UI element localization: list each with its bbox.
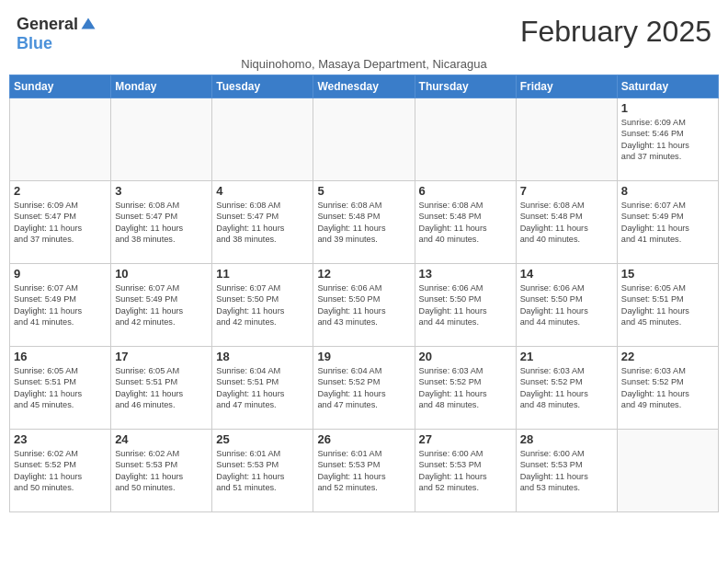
calendar-cell xyxy=(212,98,313,181)
day-number: 4 xyxy=(216,184,309,198)
day-info: Sunrise: 6:03 AM Sunset: 5:52 PM Dayligh… xyxy=(520,365,613,411)
day-number: 26 xyxy=(317,432,410,446)
calendar-cell: 8Sunrise: 6:07 AM Sunset: 5:49 PM Daylig… xyxy=(617,181,718,264)
location-subtitle: Niquinohomo, Masaya Department, Nicaragu… xyxy=(9,57,719,71)
calendar-cell: 24Sunrise: 6:02 AM Sunset: 5:53 PM Dayli… xyxy=(111,430,212,512)
day-info: Sunrise: 6:07 AM Sunset: 5:49 PM Dayligh… xyxy=(621,200,714,246)
calendar-cell: 27Sunrise: 6:00 AM Sunset: 5:53 PM Dayli… xyxy=(415,430,516,512)
calendar-cell: 2Sunrise: 6:09 AM Sunset: 5:47 PM Daylig… xyxy=(10,181,111,264)
calendar-cell: 16Sunrise: 6:05 AM Sunset: 5:51 PM Dayli… xyxy=(10,347,111,430)
month-title: February 2025 xyxy=(520,15,711,49)
weekday-header-monday: Monday xyxy=(111,75,212,98)
weekday-header-tuesday: Tuesday xyxy=(212,75,313,98)
calendar-cell: 23Sunrise: 6:02 AM Sunset: 5:52 PM Dayli… xyxy=(10,430,111,512)
day-info: Sunrise: 6:09 AM Sunset: 5:46 PM Dayligh… xyxy=(621,117,714,163)
calendar-week-1: 1Sunrise: 6:09 AM Sunset: 5:46 PM Daylig… xyxy=(10,98,719,181)
calendar-cell: 7Sunrise: 6:08 AM Sunset: 5:48 PM Daylig… xyxy=(516,181,617,264)
calendar-cell: 6Sunrise: 6:08 AM Sunset: 5:48 PM Daylig… xyxy=(415,181,516,264)
day-info: Sunrise: 6:01 AM Sunset: 5:53 PM Dayligh… xyxy=(216,448,309,494)
calendar-cell: 14Sunrise: 6:06 AM Sunset: 5:50 PM Dayli… xyxy=(516,264,617,347)
day-info: Sunrise: 6:04 AM Sunset: 5:51 PM Dayligh… xyxy=(216,365,309,411)
day-info: Sunrise: 6:03 AM Sunset: 5:52 PM Dayligh… xyxy=(621,365,714,411)
day-number: 3 xyxy=(115,184,208,198)
calendar-cell: 20Sunrise: 6:03 AM Sunset: 5:52 PM Dayli… xyxy=(415,347,516,430)
calendar-cell: 10Sunrise: 6:07 AM Sunset: 5:49 PM Dayli… xyxy=(111,264,212,347)
day-number: 21 xyxy=(520,350,613,363)
calendar-cell: 19Sunrise: 6:04 AM Sunset: 5:52 PM Dayli… xyxy=(313,347,415,430)
day-info: Sunrise: 6:06 AM Sunset: 5:50 PM Dayligh… xyxy=(419,282,512,328)
calendar-cell: 13Sunrise: 6:06 AM Sunset: 5:50 PM Dayli… xyxy=(415,264,516,347)
day-number: 25 xyxy=(216,432,309,446)
day-number: 7 xyxy=(520,184,613,198)
calendar-cell: 12Sunrise: 6:06 AM Sunset: 5:50 PM Dayli… xyxy=(313,264,415,347)
day-info: Sunrise: 6:01 AM Sunset: 5:53 PM Dayligh… xyxy=(317,448,410,494)
logo: General Blue xyxy=(17,15,97,53)
calendar-cell: 25Sunrise: 6:01 AM Sunset: 5:53 PM Dayli… xyxy=(212,430,313,512)
calendar-cell: 17Sunrise: 6:05 AM Sunset: 5:51 PM Dayli… xyxy=(111,347,212,430)
header: General Blue February 2025 xyxy=(9,9,719,53)
calendar-cell: 5Sunrise: 6:08 AM Sunset: 5:48 PM Daylig… xyxy=(313,181,415,264)
day-number: 22 xyxy=(621,350,714,363)
day-number: 28 xyxy=(520,432,613,446)
day-info: Sunrise: 6:08 AM Sunset: 5:48 PM Dayligh… xyxy=(419,200,512,246)
day-number: 17 xyxy=(115,350,208,363)
day-info: Sunrise: 6:08 AM Sunset: 5:47 PM Dayligh… xyxy=(115,200,208,246)
day-number: 19 xyxy=(317,350,410,363)
day-number: 23 xyxy=(14,432,107,446)
calendar-cell: 3Sunrise: 6:08 AM Sunset: 5:47 PM Daylig… xyxy=(111,181,212,264)
day-info: Sunrise: 6:06 AM Sunset: 5:50 PM Dayligh… xyxy=(520,282,613,328)
day-number: 11 xyxy=(216,267,309,281)
calendar-cell: 15Sunrise: 6:05 AM Sunset: 5:51 PM Dayli… xyxy=(617,264,718,347)
day-info: Sunrise: 6:04 AM Sunset: 5:52 PM Dayligh… xyxy=(317,365,410,411)
day-info: Sunrise: 6:00 AM Sunset: 5:53 PM Dayligh… xyxy=(520,448,613,494)
logo-blue-text: Blue xyxy=(17,34,52,53)
calendar-week-3: 9Sunrise: 6:07 AM Sunset: 5:49 PM Daylig… xyxy=(10,264,719,347)
day-info: Sunrise: 6:05 AM Sunset: 5:51 PM Dayligh… xyxy=(115,365,208,411)
calendar-table: SundayMondayTuesdayWednesdayThursdayFrid… xyxy=(9,75,719,512)
day-number: 15 xyxy=(621,267,714,281)
calendar-cell: 9Sunrise: 6:07 AM Sunset: 5:49 PM Daylig… xyxy=(10,264,111,347)
calendar-cell xyxy=(313,98,415,181)
title-block: February 2025 xyxy=(520,15,711,49)
calendar-week-2: 2Sunrise: 6:09 AM Sunset: 5:47 PM Daylig… xyxy=(10,181,719,264)
calendar-cell xyxy=(111,98,212,181)
day-info: Sunrise: 6:08 AM Sunset: 5:48 PM Dayligh… xyxy=(317,200,410,246)
day-number: 8 xyxy=(621,184,714,198)
day-number: 12 xyxy=(317,267,410,281)
day-info: Sunrise: 6:07 AM Sunset: 5:49 PM Dayligh… xyxy=(14,282,107,328)
day-number: 13 xyxy=(419,267,512,281)
calendar-cell: 21Sunrise: 6:03 AM Sunset: 5:52 PM Dayli… xyxy=(516,347,617,430)
day-number: 9 xyxy=(14,267,107,281)
calendar-week-4: 16Sunrise: 6:05 AM Sunset: 5:51 PM Dayli… xyxy=(10,347,719,430)
calendar-cell xyxy=(617,430,718,512)
day-number: 27 xyxy=(419,432,512,446)
day-info: Sunrise: 6:07 AM Sunset: 5:50 PM Dayligh… xyxy=(216,282,309,328)
svg-marker-0 xyxy=(82,17,96,29)
day-info: Sunrise: 6:02 AM Sunset: 5:52 PM Dayligh… xyxy=(14,448,107,494)
calendar-cell: 28Sunrise: 6:00 AM Sunset: 5:53 PM Dayli… xyxy=(516,430,617,512)
day-info: Sunrise: 6:05 AM Sunset: 5:51 PM Dayligh… xyxy=(621,282,714,328)
day-number: 16 xyxy=(14,350,107,363)
day-info: Sunrise: 6:06 AM Sunset: 5:50 PM Dayligh… xyxy=(317,282,410,328)
weekday-header-saturday: Saturday xyxy=(617,75,718,98)
weekday-header-sunday: Sunday xyxy=(10,75,111,98)
day-info: Sunrise: 6:00 AM Sunset: 5:53 PM Dayligh… xyxy=(419,448,512,494)
calendar-week-5: 23Sunrise: 6:02 AM Sunset: 5:52 PM Dayli… xyxy=(10,430,719,512)
logo-icon xyxy=(80,17,97,33)
calendar-cell xyxy=(516,98,617,181)
calendar-cell xyxy=(10,98,111,181)
calendar-cell xyxy=(415,98,516,181)
weekday-header-friday: Friday xyxy=(516,75,617,98)
calendar-cell: 1Sunrise: 6:09 AM Sunset: 5:46 PM Daylig… xyxy=(617,98,718,181)
day-info: Sunrise: 6:02 AM Sunset: 5:53 PM Dayligh… xyxy=(115,448,208,494)
calendar-cell: 4Sunrise: 6:08 AM Sunset: 5:47 PM Daylig… xyxy=(212,181,313,264)
day-number: 1 xyxy=(621,101,714,115)
logo-general-text: General xyxy=(17,15,78,34)
day-number: 24 xyxy=(115,432,208,446)
weekday-header-wednesday: Wednesday xyxy=(313,75,415,98)
day-number: 10 xyxy=(115,267,208,281)
day-info: Sunrise: 6:07 AM Sunset: 5:49 PM Dayligh… xyxy=(115,282,208,328)
day-number: 14 xyxy=(520,267,613,281)
day-number: 5 xyxy=(317,184,410,198)
day-number: 18 xyxy=(216,350,309,363)
